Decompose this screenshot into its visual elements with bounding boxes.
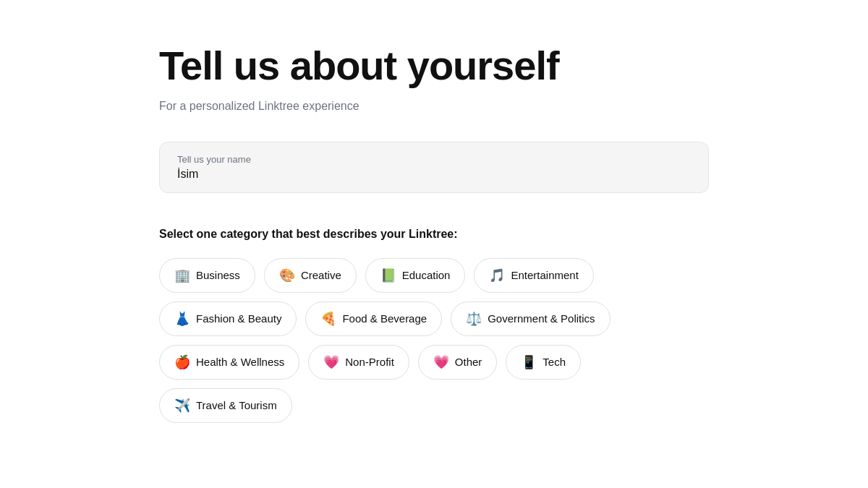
category-label-entertainment: Entertainment: [511, 269, 578, 281]
category-grid: 🏢Business🎨Creative📗Education🎵Entertainme…: [159, 258, 709, 423]
category-emoji-food-beverage: 🍕: [320, 311, 336, 327]
category-emoji-other: 💗: [433, 354, 449, 370]
category-pill-health-wellness[interactable]: 🍎Health & Wellness: [159, 345, 299, 380]
category-label-fashion-beauty: Fashion & Beauty: [196, 312, 281, 325]
category-label-creative: Creative: [301, 269, 341, 281]
category-label-travel-tourism: Travel & Tourism: [196, 399, 277, 411]
category-emoji-tech: 📱: [521, 354, 537, 370]
category-label-business: Business: [196, 269, 240, 281]
category-pill-travel-tourism[interactable]: ✈️Travel & Tourism: [159, 388, 292, 423]
category-emoji-education: 📗: [380, 267, 396, 283]
category-pill-entertainment[interactable]: 🎵Entertainment: [474, 258, 593, 293]
page-subtitle: For a personalized Linktree experience: [159, 100, 709, 113]
category-pill-tech[interactable]: 📱Tech: [506, 345, 581, 380]
category-section-title: Select one category that best describes …: [159, 228, 709, 241]
name-input[interactable]: [177, 168, 691, 181]
category-emoji-health-wellness: 🍎: [174, 354, 190, 370]
category-label-health-wellness: Health & Wellness: [196, 356, 284, 368]
category-emoji-travel-tourism: ✈️: [174, 398, 190, 414]
category-emoji-non-profit: 💗: [323, 354, 339, 370]
category-pill-fashion-beauty[interactable]: 👗Fashion & Beauty: [159, 301, 297, 336]
category-label-tech: Tech: [542, 356, 566, 368]
name-input-wrapper: Tell us your name: [159, 142, 709, 193]
category-emoji-creative: 🎨: [279, 267, 295, 283]
name-label: Tell us your name: [177, 154, 691, 165]
main-container: Tell us about yourself For a personalize…: [159, 43, 709, 445]
category-label-food-beverage: Food & Beverage: [342, 312, 427, 325]
category-label-non-profit: Non-Profit: [345, 356, 394, 368]
category-pill-education[interactable]: 📗Education: [365, 258, 466, 293]
category-label-education: Education: [402, 269, 451, 281]
category-label-government-politics: Government & Politics: [488, 312, 595, 325]
page-title: Tell us about yourself: [159, 43, 709, 88]
category-pill-non-profit[interactable]: 💗Non-Profit: [308, 345, 409, 380]
category-emoji-fashion-beauty: 👗: [174, 311, 190, 327]
category-pill-creative[interactable]: 🎨Creative: [264, 258, 357, 293]
category-emoji-business: 🏢: [174, 267, 190, 283]
category-section: Select one category that best describes …: [159, 228, 709, 423]
category-emoji-entertainment: 🎵: [489, 267, 505, 283]
category-emoji-government-politics: ⚖️: [466, 311, 482, 327]
category-pill-food-beverage[interactable]: 🍕Food & Beverage: [305, 301, 442, 336]
category-label-other: Other: [455, 356, 482, 368]
category-pill-business[interactable]: 🏢Business: [159, 258, 255, 293]
category-pill-other[interactable]: 💗Other: [418, 345, 498, 380]
category-pill-government-politics[interactable]: ⚖️Government & Politics: [451, 301, 610, 336]
